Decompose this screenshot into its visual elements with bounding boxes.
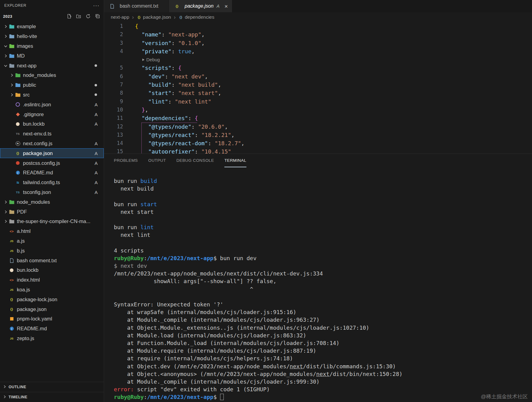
tree-file-postcss-config-js[interactable]: postcss.config.jsA — [0, 158, 104, 168]
tree-file-koa-js[interactable]: JSkoa.js — [0, 285, 104, 295]
new-file-icon[interactable] — [67, 14, 72, 19]
terminal-line: ^ — [114, 285, 532, 293]
tree-file-package-lock-json[interactable]: {}package-lock.json — [0, 294, 104, 304]
folder-icon — [9, 63, 15, 68]
html-icon: <> — [9, 277, 15, 283]
tab-bash-comment-txt[interactable]: bash comment.txt — [104, 0, 169, 12]
tree-file-eslintrc-json[interactable]: .eslintrc.jsonA — [0, 100, 104, 109]
tree-file-next-config-js[interactable]: Nnext.config.jsA — [0, 139, 104, 149]
tree-item-label: src — [23, 92, 30, 98]
tree-folder-next-app[interactable]: next-app — [0, 61, 104, 70]
line-number: 13 — [104, 131, 123, 139]
tree-folder-md[interactable]: MD — [0, 51, 104, 61]
terminal-line: at Module.load (internal/modules/cjs/loa… — [114, 332, 532, 339]
tree-file-a-html[interactable]: <>a.html — [0, 226, 104, 236]
tree-folder-example[interactable]: example — [0, 22, 104, 32]
folder-icon — [15, 82, 21, 88]
tree-item-label: images — [17, 43, 33, 49]
terminal-line: /mnt/e/2023/next-app/node_modules/next/d… — [114, 270, 532, 277]
tree-file-readme-md[interactable]: iREADME.md — [0, 324, 104, 334]
tree-folder-pdf[interactable]: PDF — [0, 207, 104, 217]
terminal-line: next build — [114, 185, 532, 192]
git-status-badge: A — [95, 151, 98, 156]
more-actions-icon[interactable]: ··· — [93, 2, 99, 9]
close-icon[interactable]: × — [224, 3, 228, 9]
tree-file-tailwind-config-ts[interactable]: ≈tailwind.config.tsA — [0, 178, 104, 188]
workspace-section-header[interactable]: 2023 — [0, 11, 104, 21]
chevron-down-icon — [2, 63, 9, 68]
tree-file-package-json[interactable]: {}package.json — [0, 304, 104, 314]
tree-folder-images[interactable]: images — [0, 41, 104, 51]
folder-icon — [9, 24, 15, 29]
tree-file-index-html[interactable]: <>index.html — [0, 275, 104, 285]
tab-label: package.json — [185, 3, 213, 9]
folder-icon — [9, 53, 15, 59]
tree-item-label: bash comment.txt — [17, 258, 57, 264]
debug-codelens[interactable]: Debug — [130, 55, 160, 64]
breadcrumb-item-next-app[interactable]: next-app — [111, 14, 129, 20]
code-line: 11 "dependencies": { — [104, 114, 532, 122]
codelens-line: Debug — [104, 55, 532, 64]
code-editor[interactable]: 1{2 "name": "next-app",3 "version": "0.1… — [104, 22, 532, 154]
debug-play-icon — [142, 59, 144, 61]
folder-icon — [15, 92, 21, 97]
folder-icon — [15, 73, 21, 78]
tree-folder-the-super-tiny-compiler-cn-ma[interactable]: the-super-tiny-compiler-CN-ma... — [0, 217, 104, 226]
tree-folder-public[interactable]: public — [0, 80, 104, 90]
line-number: 2 — [104, 30, 123, 39]
terminal-line: at wrapSafe (internal/modules/cjs/loader… — [114, 308, 532, 316]
code-line: 3 "version": "0.1.0", — [104, 39, 532, 47]
line-content: "start": "next start", — [123, 89, 221, 97]
tree-file-bun-lockb[interactable]: bun.lockb — [0, 265, 104, 275]
line-content: "dependencies": { — [123, 114, 198, 122]
panel-tab-problems[interactable]: PROBLEMS — [114, 154, 138, 167]
tree-file-package-json[interactable]: {}package.jsonA — [0, 148, 104, 158]
terminal-line: at Object.<anonymous> (/mnt/e/2023/next-… — [114, 370, 532, 378]
outline-section-header[interactable]: OUTLINE — [0, 382, 104, 392]
tree-item-label: index.html — [17, 277, 40, 283]
tree-file-zepto-js[interactable]: JSzepto.js — [0, 334, 104, 343]
tree-file-gitignore[interactable]: .gitignoreA — [0, 109, 104, 119]
collapse-all-icon[interactable] — [95, 14, 100, 19]
tree-item-label: package.json — [23, 150, 53, 156]
chevron-right-icon — [2, 200, 9, 204]
tree-folder-src[interactable]: src — [0, 90, 104, 100]
tree-file-next-env-d-ts[interactable]: TSnext-env.d.ts — [0, 129, 104, 139]
code-line: 1{ — [104, 22, 532, 30]
code-line: 4 "private": true, — [104, 47, 532, 55]
breadcrumb-item-package-json[interactable]: {}package.json — [137, 14, 171, 20]
panel-tab-output[interactable]: OUTPUT — [148, 154, 166, 167]
new-folder-icon[interactable] — [76, 14, 81, 19]
line-content: "@types/react": "18.2.21", — [123, 131, 234, 139]
explorer-header: EXPLORER ··· — [0, 0, 104, 11]
tree-file-pnpm-lock-yaml[interactable]: pnpm-lock.yaml — [0, 314, 104, 324]
terminal-line: SyntaxError: Unexpected token '?' — [114, 301, 532, 308]
tree-folder-hello-vite[interactable]: hello-vite — [0, 32, 104, 41]
tree-file-b-js[interactable]: JSb.js — [0, 246, 104, 256]
tree-file-tsconfig-json[interactable]: TStsconfig.jsonA — [0, 188, 104, 197]
refresh-icon[interactable] — [86, 14, 91, 19]
chevron-right-icon — [2, 54, 9, 58]
terminal-line: at Module._compile (internal/modules/cjs… — [114, 316, 532, 324]
line-content: "version": "0.1.0", — [123, 39, 205, 47]
terminal-output[interactable]: bun run build next build bun run start n… — [104, 167, 532, 402]
line-number: 12 — [104, 123, 123, 131]
chevron-separator-icon: › — [132, 14, 134, 21]
tab-package-json[interactable]: {}package.jsonA× — [169, 0, 232, 12]
folder-icon — [9, 209, 15, 214]
tree-file-bash-comment-txt[interactable]: bash comment.txt — [0, 256, 104, 265]
terminal-line: bun run lint — [114, 223, 532, 231]
panel-tab-debug-console[interactable]: DEBUG CONSOLE — [176, 154, 214, 167]
breadcrumb-item-dependencies[interactable]: {}dependencies — [178, 14, 215, 20]
tree-file-a-js[interactable]: JSa.js — [0, 236, 104, 246]
git-status-badge: A — [95, 190, 98, 195]
panel-tab-terminal[interactable]: TERMINAL — [224, 154, 246, 167]
tree-file-bun-lockb[interactable]: bun.lockbA — [0, 119, 104, 129]
tree-folder-node-modules[interactable]: node_modules — [0, 70, 104, 80]
timeline-section-header[interactable]: TIMELINE — [0, 392, 104, 402]
tree-file-readme-md[interactable]: iREADME.mdA — [0, 168, 104, 178]
json-icon: {} — [174, 3, 180, 9]
line-number: 10 — [104, 106, 123, 114]
modified-dot-icon — [95, 93, 97, 96]
tree-folder-node-modules[interactable]: node_modules — [0, 197, 104, 207]
